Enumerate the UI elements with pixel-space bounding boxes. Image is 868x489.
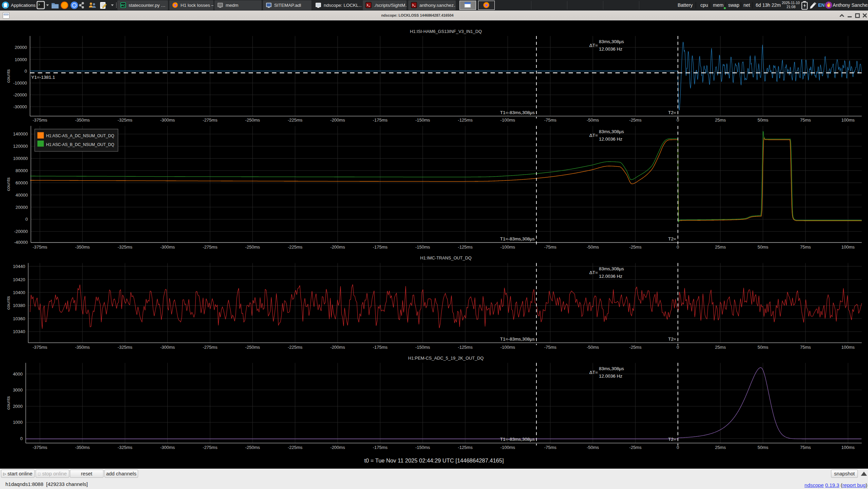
svg-text:-250ms: -250ms [245,345,260,350]
svg-text:-50ms: -50ms [587,345,599,350]
svg-text:10400: 10400 [13,290,25,295]
svg-text:-325ms: -325ms [118,117,133,123]
svg-text:0: 0 [24,69,27,74]
svg-text:50ms: 50ms [758,244,769,250]
svg-text:-50ms: -50ms [587,244,599,250]
svg-text:-20000: -20000 [14,229,28,234]
svg-text:2000: 2000 [13,404,23,409]
svg-text:25ms: 25ms [715,244,726,250]
svg-text:-25ms: -25ms [629,345,642,350]
svg-text:t0 = Tue Nov 11 2025 02:44:29: t0 = Tue Nov 11 2025 02:44:29 UTC [14468… [364,457,504,464]
svg-text:-325ms: -325ms [118,445,133,450]
svg-text:ΔT=: ΔT= [589,270,598,275]
svg-text:counts: counts [6,396,11,410]
svg-text:10340: 10340 [13,329,25,334]
svg-text:-375ms: -375ms [33,345,48,350]
svg-text:-150ms: -150ms [415,345,430,350]
svg-text:-75ms: -75ms [544,117,557,123]
svg-text:-325ms: -325ms [118,244,133,250]
svg-text:-50ms: -50ms [587,117,599,123]
svg-text:-125ms: -125ms [458,244,473,250]
svg-text:100ms: 100ms [842,445,855,450]
svg-text:T2=: T2= [668,110,676,115]
svg-text:ΔT=: ΔT= [589,370,598,375]
svg-text:T2=: T2= [668,337,676,342]
svg-text:83ms,308µs: 83ms,308µs [599,366,624,371]
svg-text:-350ms: -350ms [75,244,90,250]
svg-text:10380: 10380 [13,303,25,308]
svg-text:75ms: 75ms [800,345,811,350]
svg-text:100ms: 100ms [842,244,855,250]
svg-text:-100ms: -100ms [501,345,515,350]
svg-text:-100ms: -100ms [501,445,515,450]
svg-text:75ms: 75ms [800,117,811,123]
svg-text:3000: 3000 [13,387,23,393]
svg-text:-275ms: -275ms [203,244,218,250]
svg-text:-30000: -30000 [13,104,27,109]
svg-text:counts: counts [6,177,11,191]
svg-text:0: 0 [25,217,28,222]
svg-text:PC: PC [121,4,126,7]
svg-text:0: 0 [20,436,23,441]
svg-text:50ms: 50ms [758,445,769,450]
svg-text:-250ms: -250ms [245,244,260,250]
svg-text:40000: 40000 [16,193,28,198]
svg-text:10360: 10360 [13,316,25,321]
svg-text:10000: 10000 [15,57,27,62]
svg-text:Y1=-1381.1: Y1=-1381.1 [31,75,55,80]
svg-text:12.0036 Hz: 12.0036 Hz [599,137,622,142]
svg-text:100ms: 100ms [842,117,855,123]
svg-text:-375ms: -375ms [33,117,48,123]
svg-text:-225ms: -225ms [288,345,303,350]
svg-text:75ms: 75ms [800,244,811,250]
svg-text:-325ms: -325ms [118,345,133,350]
svg-text:H1:ISI-HAM6_GS13INF_V3_IN1_DQ: H1:ISI-HAM6_GS13INF_V3_IN1_DQ [410,29,482,34]
svg-text:-10000: -10000 [13,80,27,86]
svg-text:ΔT=: ΔT= [589,133,598,138]
svg-text:-175ms: -175ms [373,445,388,450]
svg-text:12.0036 Hz: 12.0036 Hz [599,274,622,279]
svg-text:0: 0 [677,345,679,350]
svg-text:-175ms: -175ms [373,117,388,123]
svg-text:-150ms: -150ms [415,244,430,250]
svg-text:4000: 4000 [13,372,23,377]
svg-text:-20000: -20000 [13,92,27,97]
svg-text:140000: 140000 [13,131,28,137]
svg-text:-40000: -40000 [14,240,28,245]
svg-text:-300ms: -300ms [160,244,175,250]
svg-text:80000: 80000 [16,168,28,173]
svg-text:-75ms: -75ms [544,345,557,350]
svg-text:0: 0 [677,244,679,250]
svg-text:H1:PEM-CS_ADC_5_19_2K_OUT_DQ: H1:PEM-CS_ADC_5_19_2K_OUT_DQ [408,356,484,361]
svg-text:-225ms: -225ms [288,117,303,123]
svg-text:-100ms: -100ms [501,244,515,250]
svg-text:-200ms: -200ms [330,117,345,123]
svg-text:-25ms: -25ms [629,244,642,250]
svg-text:25ms: 25ms [715,445,726,450]
svg-text:-125ms: -125ms [458,117,473,123]
svg-text:T1=-83ms,308µs: T1=-83ms,308µs [500,337,535,342]
svg-text:-300ms: -300ms [160,445,175,450]
svg-text:counts: counts [6,69,11,83]
svg-text:50ms: 50ms [758,117,769,123]
svg-text:100ms: 100ms [842,345,855,350]
svg-text:-50ms: -50ms [587,445,599,450]
svg-text:-375ms: -375ms [33,445,48,450]
svg-text:100000: 100000 [13,156,28,161]
svg-text:-175ms: -175ms [373,345,388,350]
svg-text:0: 0 [677,445,679,450]
svg-text:10420: 10420 [13,277,25,282]
svg-text:83ms,308µs: 83ms,308µs [599,129,624,134]
svg-text:T2=: T2= [668,437,676,442]
svg-text:-300ms: -300ms [160,345,175,350]
svg-text:-75ms: -75ms [544,445,557,450]
svg-text:1000: 1000 [13,420,23,425]
svg-text:-250ms: -250ms [245,445,260,450]
svg-text:12.0036 Hz: 12.0036 Hz [599,47,622,52]
svg-text:20000: 20000 [15,45,27,50]
svg-text:ΔT=: ΔT= [589,43,598,48]
svg-text:T1=-83ms,308µs: T1=-83ms,308µs [500,437,535,442]
svg-text:25ms: 25ms [715,345,726,350]
svg-text:12.0036 Hz: 12.0036 Hz [599,374,622,379]
svg-text:H1:ASC-AS_B_DC_NSUM_OUT_DQ: H1:ASC-AS_B_DC_NSUM_OUT_DQ [46,142,114,147]
